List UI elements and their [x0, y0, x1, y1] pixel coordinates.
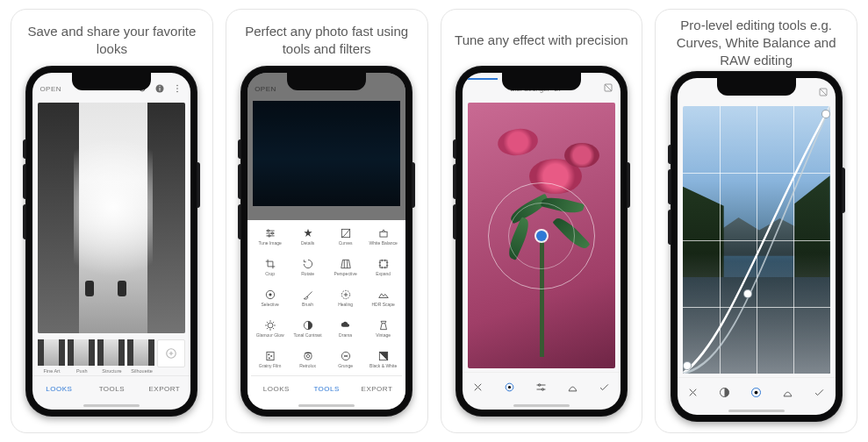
- tool-tonal-contrast[interactable]: Tonal Contrast: [289, 317, 326, 345]
- main-photo[interactable]: [683, 106, 830, 374]
- tool-perspective[interactable]: Perspective: [326, 256, 364, 283]
- tool-retrolux[interactable]: Retrolux: [289, 348, 326, 375]
- edit-toolbar: [678, 377, 836, 406]
- look-thumb[interactable]: [127, 339, 154, 366]
- look-label: [158, 368, 185, 374]
- transition-button[interactable]: [563, 376, 584, 397]
- edit-toolbar: [463, 372, 621, 401]
- tool-label: Details: [301, 241, 314, 250]
- tool-label: Vintage: [376, 333, 391, 342]
- tool-drama[interactable]: Drama: [326, 317, 364, 345]
- svg-point-31: [508, 385, 511, 388]
- channel-all-button[interactable]: [746, 381, 767, 403]
- histogram-button[interactable]: [778, 381, 799, 403]
- info-icon[interactable]: [154, 82, 166, 95]
- svg-point-16: [269, 294, 270, 296]
- more-icon[interactable]: [171, 82, 183, 95]
- tool-healing[interactable]: Healing: [326, 287, 364, 314]
- app-screen-tune: Blur Strength +27: [463, 73, 621, 410]
- look-label: Push: [68, 368, 96, 374]
- look-thumb[interactable]: [38, 339, 65, 366]
- tool-label: Tonal Contrast: [294, 333, 322, 342]
- tool-tune-image[interactable]: Tune Image: [251, 225, 289, 253]
- tools-sheet: Tune ImageDetailsCurvesWhite BalanceCrop…: [247, 220, 405, 410]
- tool-label: Drama: [339, 333, 352, 342]
- tool-label: Black & White: [369, 364, 397, 373]
- home-indicator: [678, 406, 836, 415]
- look-label: Silhouette: [128, 368, 155, 374]
- svg-point-25: [306, 354, 310, 358]
- open-button[interactable]: OPEN: [39, 85, 61, 93]
- tool-details[interactable]: Details: [289, 225, 326, 253]
- tool-black-white[interactable]: Black & White: [364, 348, 402, 375]
- svg-rect-4: [160, 86, 161, 87]
- tab-looks[interactable]: LOOKS: [32, 376, 85, 401]
- tool-brush[interactable]: Brush: [289, 287, 326, 314]
- looks-labels: Fine Art Push Structure Silhouette: [32, 367, 190, 375]
- tool-label: Selective: [261, 303, 278, 311]
- curve-handle[interactable]: [822, 110, 829, 118]
- tool-grunge[interactable]: Grunge: [326, 348, 364, 375]
- curve-line[interactable]: [683, 106, 830, 374]
- tab-export[interactable]: EXPORT: [138, 376, 190, 401]
- tool-vintage[interactable]: Vintage: [364, 317, 402, 345]
- main-photo[interactable]: [38, 103, 185, 333]
- svg-rect-3: [160, 88, 161, 91]
- tool-crop[interactable]: Crop: [251, 256, 289, 283]
- home-indicator: [463, 401, 621, 410]
- tool-rotate[interactable]: Rotate: [289, 256, 326, 283]
- look-thumb[interactable]: [68, 339, 95, 366]
- progress-indicator: [468, 78, 498, 80]
- tool-grainy-film[interactable]: Grainy Film: [251, 348, 289, 375]
- look-label: Fine Art: [38, 368, 65, 374]
- tab-tools[interactable]: TOOLS: [85, 376, 138, 401]
- tool-label: Grunge: [338, 364, 353, 373]
- bottom-tabs: LOOKS TOOLS EXPORT: [32, 375, 190, 401]
- compare-icon[interactable]: [603, 82, 613, 95]
- tool-selective[interactable]: Selective: [251, 287, 289, 314]
- promo-card-4: Pro-level editing tools e.g. Curves, Whi…: [655, 9, 857, 433]
- promo-caption: Pro-level editing tools e.g. Curves, Whi…: [663, 20, 850, 66]
- tool-white-balance[interactable]: White Balance: [364, 225, 402, 253]
- compare-icon[interactable]: [818, 85, 829, 101]
- tool-label: Tune Image: [258, 241, 282, 250]
- device-frame: OPEN Tune ImageDetailsCurvesWhite Balanc…: [240, 66, 412, 417]
- tab-export[interactable]: EXPORT: [352, 376, 402, 401]
- app-screen-tools: OPEN Tune ImageDetailsCurvesWhite Balanc…: [247, 73, 405, 410]
- tool-hdr-scape[interactable]: HDR Scape: [364, 287, 402, 314]
- svg-rect-26: [305, 353, 311, 353]
- curve-handle[interactable]: [744, 290, 751, 297]
- adjust-button[interactable]: [531, 376, 552, 397]
- tool-label: Brush: [302, 303, 313, 311]
- main-photo[interactable]: [468, 103, 615, 368]
- cancel-button[interactable]: [683, 381, 704, 403]
- app-screen-looks: OPEN Fine Art: [32, 73, 190, 410]
- svg-rect-14: [380, 260, 387, 267]
- promo-caption: Save and share your favorite looks: [18, 20, 205, 61]
- svg-point-23: [269, 358, 269, 359]
- look-add[interactable]: [157, 339, 186, 367]
- shape-button[interactable]: [499, 376, 520, 397]
- device-frame: Blur Strength +27: [456, 66, 628, 417]
- curve-handle[interactable]: [684, 362, 691, 369]
- tool-curves[interactable]: Curves: [326, 225, 364, 253]
- promo-card-3: Tune any effect with precision Blur Stre…: [441, 9, 643, 433]
- apply-button[interactable]: [809, 381, 830, 403]
- device-frame: OPEN Fine Art: [25, 66, 197, 417]
- tool-expand[interactable]: Expand: [364, 256, 402, 283]
- cancel-button[interactable]: [468, 376, 489, 397]
- channel-luminance-button[interactable]: [714, 381, 735, 403]
- tool-label: Healing: [338, 303, 353, 311]
- look-thumb[interactable]: [97, 339, 125, 366]
- focus-point[interactable]: [536, 231, 547, 241]
- promo-card-1: Save and share your favorite looks OPEN: [11, 9, 213, 433]
- home-indicator: [32, 401, 190, 410]
- apply-button[interactable]: [594, 376, 615, 397]
- svg-point-21: [268, 354, 269, 355]
- tab-looks[interactable]: LOOKS: [251, 376, 301, 401]
- tool-glamour-glow[interactable]: Glamour Glow: [251, 317, 289, 345]
- svg-point-6: [177, 88, 179, 89]
- tab-tools[interactable]: TOOLS: [301, 376, 351, 401]
- look-label: Structure: [98, 368, 126, 374]
- device-frame: [671, 71, 843, 422]
